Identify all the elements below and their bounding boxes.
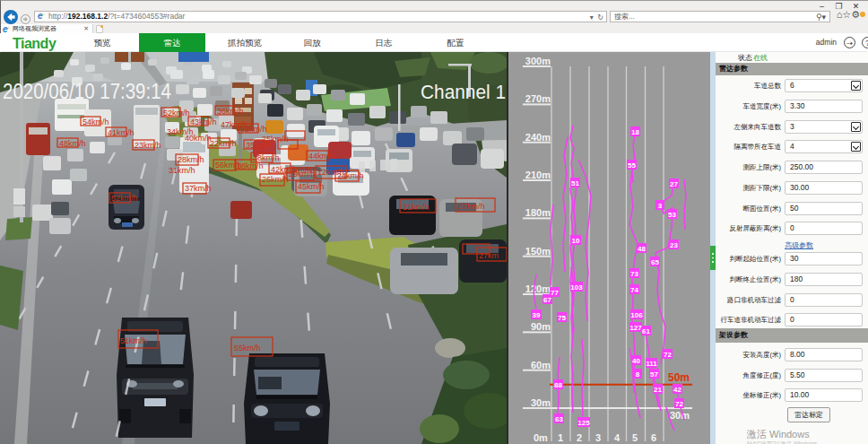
svg-text:52km/h: 52km/h <box>163 109 190 118</box>
svg-text:48km/h: 48km/h <box>59 139 86 148</box>
svg-text:8: 8 <box>636 370 640 379</box>
svg-text:22km/h: 22km/h <box>210 139 237 148</box>
svg-text:77: 77 <box>551 289 559 297</box>
svg-text:52km/h: 52km/h <box>111 194 138 203</box>
svg-text:150m: 150m <box>525 246 551 257</box>
svg-text:40km/h: 40km/h <box>185 134 212 143</box>
svg-text:73: 73 <box>630 270 638 278</box>
svg-text:53: 53 <box>668 211 676 219</box>
svg-text:63: 63 <box>555 415 563 423</box>
svg-text:3: 3 <box>658 202 663 210</box>
svg-text:5: 5 <box>632 432 638 443</box>
svg-text:125: 125 <box>577 419 590 427</box>
svg-text:111: 111 <box>646 360 657 368</box>
svg-text:67: 67 <box>543 296 551 304</box>
svg-text:88: 88 <box>554 381 562 389</box>
svg-text:35km/h: 35km/h <box>246 141 273 150</box>
svg-text:74: 74 <box>630 286 638 294</box>
svg-text:0m: 0m <box>534 432 548 443</box>
svg-text:3: 3 <box>595 432 601 443</box>
svg-text:270m: 270m <box>525 93 551 104</box>
svg-text:103: 103 <box>570 283 583 292</box>
svg-text:40: 40 <box>632 357 640 365</box>
svg-text:18km/h: 18km/h <box>237 161 264 170</box>
svg-text:21: 21 <box>654 386 662 394</box>
svg-text:42km/h: 42km/h <box>271 165 298 174</box>
svg-text:28km/h: 28km/h <box>178 155 204 164</box>
svg-text:43km/h: 43km/h <box>190 118 217 126</box>
svg-text:106: 106 <box>630 311 643 319</box>
svg-text:27: 27 <box>670 180 678 188</box>
svg-text:10: 10 <box>572 237 580 245</box>
svg-text:127: 127 <box>629 324 642 332</box>
svg-text:32km/h: 32km/h <box>240 125 267 134</box>
svg-text:50m: 50m <box>668 371 690 384</box>
svg-text:120m: 120m <box>525 283 551 294</box>
svg-text:30m: 30m <box>670 410 690 421</box>
svg-text:27km: 27km <box>479 251 499 260</box>
svg-text:61: 61 <box>642 327 650 335</box>
svg-text:12km/h: 12km/h <box>317 168 344 177</box>
svg-text:1: 1 <box>558 432 563 443</box>
svg-text:Channel 1: Channel 1 <box>421 81 506 103</box>
svg-text:23km/h: 23km/h <box>135 141 161 150</box>
svg-text:57: 57 <box>650 370 658 379</box>
svg-text:39: 39 <box>533 311 541 319</box>
svg-text:18: 18 <box>631 128 639 136</box>
svg-text:55: 55 <box>628 161 636 170</box>
svg-text:2020/06/10 17:39:14: 2020/06/10 17:39:14 <box>3 79 171 103</box>
svg-text:51km/h: 51km/h <box>120 336 147 345</box>
svg-text:300m: 300m <box>525 56 551 66</box>
svg-text:45km/h: 45km/h <box>298 182 325 191</box>
svg-text:210m: 210m <box>525 170 551 180</box>
svg-text:36km/h: 36km/h <box>217 107 244 116</box>
svg-text:21km/h: 21km/h <box>403 203 430 212</box>
svg-text:48: 48 <box>638 245 646 253</box>
svg-text:4: 4 <box>614 432 621 443</box>
svg-text:90m: 90m <box>531 321 551 332</box>
svg-text:2: 2 <box>577 432 582 443</box>
svg-text:54km/h: 54km/h <box>82 118 109 126</box>
svg-text:27km/h: 27km/h <box>458 202 485 211</box>
svg-text:72: 72 <box>664 351 672 359</box>
svg-text:72: 72 <box>675 400 683 408</box>
svg-text:31km/h: 31km/h <box>169 166 195 175</box>
svg-text:75: 75 <box>558 314 566 322</box>
svg-text:44km/h: 44km/h <box>308 152 335 161</box>
svg-text:37km/h: 37km/h <box>185 184 212 193</box>
svg-text:23: 23 <box>670 241 678 249</box>
svg-text:55km/h: 55km/h <box>234 344 261 353</box>
svg-text:6: 6 <box>651 432 656 443</box>
svg-text:240m: 240m <box>525 132 551 143</box>
svg-text:60m: 60m <box>531 360 551 370</box>
svg-text:65: 65 <box>651 258 659 266</box>
svg-text:41km/h: 41km/h <box>108 128 135 137</box>
svg-text:42: 42 <box>673 386 681 394</box>
svg-text:51: 51 <box>571 179 579 187</box>
svg-text:26km/h: 26km/h <box>262 175 289 184</box>
svg-text:30m: 30m <box>531 397 551 408</box>
svg-text:180m: 180m <box>525 207 551 218</box>
